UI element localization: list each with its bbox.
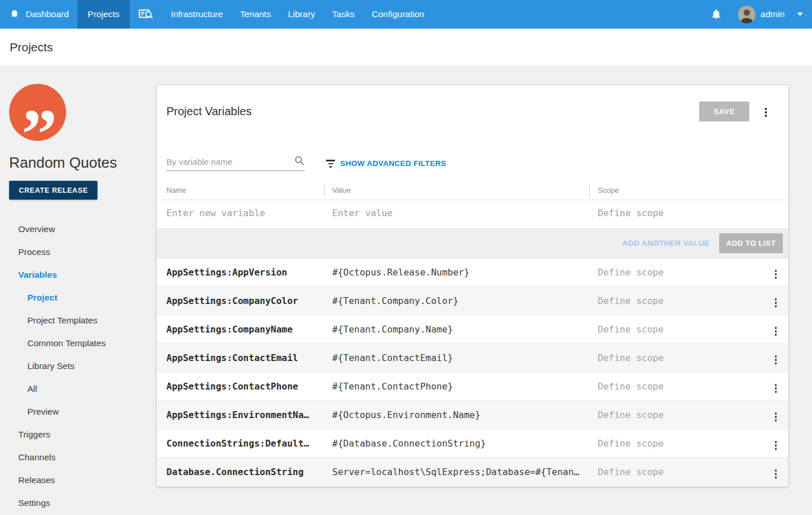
nav-item-tenants[interactable]: Tenants [231,0,279,29]
table-row[interactable]: AppSettings:ContactEmail #{Tenant.Contac… [157,344,788,372]
add-to-list-button[interactable]: ADD TO LIST [719,233,783,253]
project-search-icon [138,8,154,21]
table-row[interactable]: Database.ConnectionString Server=localho… [157,458,788,486]
table-row[interactable]: AppSettings:AppVersion #{Octopus.Release… [157,258,788,287]
new-variable-value-input[interactable] [332,208,572,218]
row-overflow-menu-icon[interactable] [773,267,780,281]
save-button[interactable]: SAVE [699,102,749,121]
column-header-value: Value [332,186,350,194]
row-overflow-menu-icon[interactable] [773,410,780,424]
column-divider [589,184,590,197]
sidebar-item-overview[interactable]: Overview [0,218,157,241]
sidebar-item-releases[interactable]: Releases [0,469,157,492]
variable-scope[interactable]: Define scope [598,324,664,335]
nav-item-library[interactable]: Library [279,0,323,29]
variable-value[interactable]: #{Tenant.ContactPhone} [332,381,453,392]
variable-scope[interactable]: Define scope [598,352,664,363]
sidebar-item-label: Releases [18,475,55,485]
variable-value[interactable]: Server=localhost\SqlExpress;Database=#{T… [332,467,579,477]
variable-name[interactable]: AppSettings:AppVersion [166,267,287,278]
variable-name[interactable]: AppSettings:ContactPhone [166,381,298,392]
sidebar-item-preview[interactable]: Preview [0,400,157,423]
sidebar-item-project-templates[interactable]: Project Templates [0,309,157,332]
sidebar-item-variables[interactable]: Variables [0,263,157,286]
sidebar-item-common-templates[interactable]: Common Templates [0,332,157,355]
filter-icon[interactable] [326,160,335,168]
sidebar-item-library-sets[interactable]: Library Sets [0,355,157,378]
variable-name[interactable]: AppSettings:CompanyColor [166,295,298,306]
notifications-bell-icon[interactable] [711,8,722,21]
sidebar-item-all[interactable]: All [0,378,157,400]
column-header-name: Name [166,186,186,194]
nav-item-projects[interactable]: Projects [77,0,130,29]
table-header: Name Value Scope [157,181,788,200]
variable-search-field [166,153,305,171]
table-row[interactable]: AppSettings:CompanyColor #{Tenant.Compan… [157,287,788,315]
search-icon [294,155,305,168]
show-advanced-filters-link[interactable]: SHOW ADVANCED FILTERS [340,159,446,168]
nav-item-configuration[interactable]: Configuration [363,0,432,29]
sidebar-item-label: Triggers [18,429,50,440]
sidebar-menu: Overview Process Variables Project Proje… [0,218,157,514]
sidebar-item-label: Common Templates [27,338,106,348]
top-navigation: Dashboard Projects Infrastructure Tenant… [0,0,812,29]
variable-scope[interactable]: Define scope [598,295,664,306]
sidebar-item-label: Library Sets [27,361,75,371]
project-search-button[interactable] [130,0,162,29]
new-variable-name-input[interactable] [166,208,320,218]
variable-value[interactable]: #{Octopus.Release.Number} [332,267,470,278]
table-row[interactable]: ConnectionStrings:Default… #{Database.Co… [157,429,788,458]
nav-item-tasks[interactable]: Tasks [324,0,364,29]
panel-title: Project Variables [166,105,252,118]
row-overflow-menu-icon[interactable] [773,325,780,338]
variable-name[interactable]: ConnectionStrings:Default… [166,438,309,449]
project-sidebar: ” Random Quotes CREATE RELEASE Overview … [0,66,157,515]
sidebar-item-process[interactable]: Process [0,241,157,263]
project-name: Random Quotes [9,154,117,172]
sidebar-item-label: Overview [18,224,55,234]
sidebar-item-settings[interactable]: Settings [0,492,157,514]
variable-value[interactable]: #{Tenant.Company.Name} [332,324,453,335]
panel-overflow-menu-icon[interactable] [762,106,769,119]
variable-scope[interactable]: Define scope [598,467,664,477]
sidebar-item-variables-project[interactable]: Project [0,286,157,309]
sidebar-item-label: Variables [18,270,57,280]
create-release-button[interactable]: CREATE RELEASE [9,181,97,200]
row-overflow-menu-icon[interactable] [773,296,780,310]
variable-name[interactable]: AppSettings:ContactEmail [166,352,298,363]
variable-value[interactable]: #{Tenant.Company.Color} [332,295,459,306]
variable-name[interactable]: AppSettings:CompanyName [166,324,293,335]
variable-scope[interactable]: Define scope [598,438,664,449]
new-variable-row [157,200,788,229]
nav-item-dashboard[interactable]: Dashboard [0,0,77,29]
sidebar-item-label: Preview [27,407,59,417]
row-overflow-menu-icon[interactable] [773,353,780,367]
breadcrumb-bar: Projects [0,29,812,66]
add-actions-row: ADD ANOTHER VALUE ADD TO LIST [157,229,788,258]
variable-scope[interactable]: Define scope [598,381,664,392]
sidebar-item-channels[interactable]: Channels [0,446,157,469]
table-row[interactable]: AppSettings:EnvironmentNa… #{Octopus.Env… [157,401,788,429]
variable-name[interactable]: Database.ConnectionString [166,467,304,477]
new-variable-scope-input[interactable] [598,208,729,218]
add-another-value-button[interactable]: ADD ANOTHER VALUE [622,239,709,248]
variable-name[interactable]: AppSettings:EnvironmentNa… [166,409,309,420]
variable-value[interactable]: #{Tenant.ContactEmail} [332,352,453,363]
breadcrumb[interactable]: Projects [10,40,53,54]
username-label[interactable]: admin [761,9,785,19]
row-overflow-menu-icon[interactable] [773,439,780,452]
row-overflow-menu-icon[interactable] [773,467,780,481]
row-overflow-menu-icon[interactable] [773,382,780,395]
user-avatar[interactable] [738,6,756,23]
sidebar-item-triggers[interactable]: Triggers [0,423,157,446]
search-input[interactable] [166,153,286,170]
variable-value[interactable]: #{Octopus.Environment.Name} [332,409,480,420]
table-row[interactable]: AppSettings:ContactPhone #{Tenant.Contac… [157,372,788,401]
table-row[interactable]: AppSettings:CompanyName #{Tenant.Company… [157,315,788,344]
user-menu-caret-icon[interactable] [797,13,803,16]
variable-scope[interactable]: Define scope [598,267,664,278]
variable-value[interactable]: #{Database.ConnectionString} [332,438,486,449]
nav-item-label: Tenants [240,9,271,19]
variable-scope[interactable]: Define scope [598,409,664,420]
nav-item-infrastructure[interactable]: Infrastructure [162,0,231,29]
